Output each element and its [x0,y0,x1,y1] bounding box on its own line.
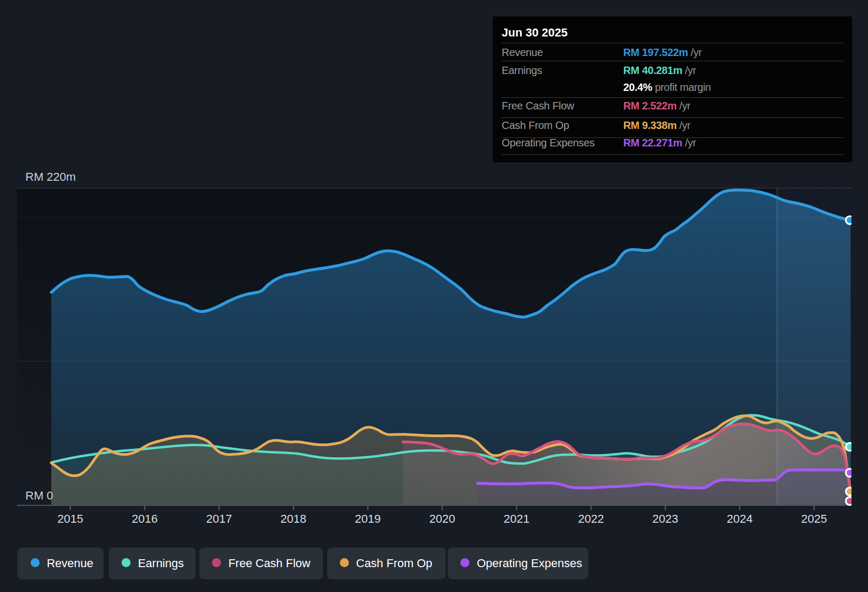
svg-text:2024: 2024 [727,512,753,525]
svg-text:2017: 2017 [206,512,232,525]
svg-text:2020: 2020 [429,512,455,525]
svg-text:2018: 2018 [281,512,307,525]
svg-text:RM 0: RM 0 [25,489,53,502]
svg-text:2023: 2023 [652,512,678,525]
svg-text:2016: 2016 [132,512,158,525]
svg-text:2021: 2021 [504,512,530,525]
svg-text:RM 220m: RM 220m [25,170,76,183]
svg-text:2022: 2022 [578,512,604,525]
svg-text:2025: 2025 [801,512,827,525]
svg-text:2019: 2019 [355,512,381,525]
svg-text:2015: 2015 [58,512,84,525]
